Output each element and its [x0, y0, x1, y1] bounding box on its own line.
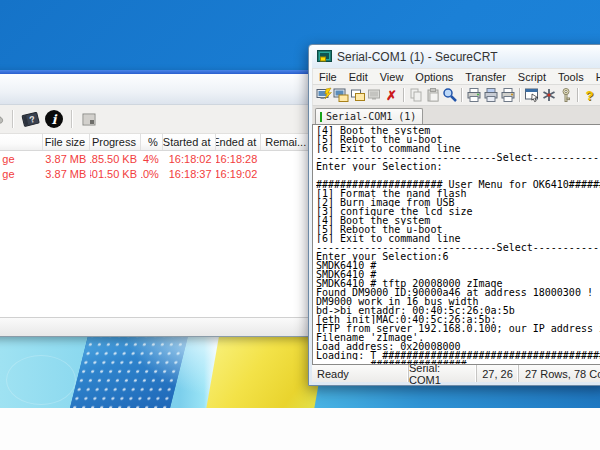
column-header-percent[interactable]: %	[141, 134, 163, 150]
terminal-line: ##################### User Menu for OK64…	[316, 180, 600, 189]
terminal-line: Loading: T #############################…	[316, 351, 600, 360]
menu-tools[interactable]: Tools	[552, 69, 590, 84]
row-name: ge	[0, 166, 44, 181]
desktop-white-area	[0, 408, 600, 450]
terminal-line: ------------------------------Select----…	[316, 153, 600, 162]
column-header-file-size[interactable]: File size	[43, 134, 90, 150]
status-cursor-position: 27, 26	[476, 365, 518, 382]
tab-status-indicator	[320, 112, 322, 122]
tftp-statusbar	[0, 317, 309, 336]
menu-options[interactable]: Options	[409, 69, 459, 84]
column-header-started-at[interactable]: Started at	[163, 134, 216, 150]
menu-transfer[interactable]: Transfer	[459, 69, 512, 84]
terminal-line: [5] Reboot the u-boot	[316, 225, 600, 234]
row-percent: 4%	[141, 151, 163, 166]
terminal-line: [4] Boot the system	[316, 216, 600, 225]
tab-label: Serial-COM1 (1)	[326, 111, 416, 122]
terminal-line: [5] Reboot the u-boot	[316, 135, 600, 144]
row-ended-at: 16:19:02	[216, 166, 262, 181]
row-percent: 10%	[141, 166, 163, 181]
terminal-line: SMDK6410 # tftp 20008000 zImage	[316, 279, 600, 288]
row-progress: 185.50 KB	[90, 151, 141, 166]
row-file-size: 3.87 MB	[44, 151, 91, 166]
terminal-line: Filename 'zImage'.	[316, 333, 600, 342]
log-panel-icon[interactable]	[77, 108, 101, 130]
toolbar-separator	[403, 88, 404, 102]
toolbar-separator	[519, 88, 520, 102]
desktop: ? i File size Progress % Started at Ende…	[0, 0, 600, 450]
session-options-icon[interactable]	[523, 87, 540, 104]
table-row[interactable]: ge 3.87 MB 185.50 KB 4% 16:18:02 16:18:2…	[0, 151, 309, 166]
print-selection-icon[interactable]	[482, 87, 499, 104]
terminal-line: SMDK6410 #	[316, 270, 600, 279]
terminal-line: bd->bi_entaddr: 00:40:5c:26:0a:5b	[316, 306, 600, 315]
tftp-toolbar: ? i	[0, 105, 309, 134]
terminal-line: [6] Exit to command line	[316, 234, 600, 243]
about-icon[interactable]: i	[42, 108, 66, 130]
tab-serial-com1[interactable]: Serial-COM1 (1)	[315, 108, 423, 124]
row-file-size: 3.87 MB	[44, 166, 91, 181]
terminal-line: SMDK6410 #	[316, 261, 600, 270]
statusbar: Ready Serial: COM1 27, 26 27 Rows, 78 Co…	[312, 365, 600, 382]
menubar: File Edit View Options Transfer Script T…	[312, 68, 600, 85]
connect-in-tab-icon[interactable]	[349, 87, 366, 104]
menu-edit[interactable]: Edit	[343, 69, 374, 84]
menu-file[interactable]: File	[313, 69, 343, 84]
toolbar: ✗	[312, 85, 600, 106]
wallpaper-swirl-shape	[6, 355, 76, 405]
row-started-at: 16:18:37	[163, 166, 216, 181]
table-row[interactable]: ge 3.87 MB 401.50 KB 10% 16:18:37 16:19:…	[0, 166, 309, 181]
terminal-line: Enter your Selection:	[316, 162, 600, 171]
row-progress: 401.50 KB	[90, 166, 141, 181]
toolbar-separator	[577, 88, 578, 102]
keymap-icon[interactable]	[557, 87, 574, 104]
terminal-line: Enter your Selection:6	[316, 252, 600, 261]
print-preview-icon[interactable]	[465, 87, 482, 104]
menu-help[interactable]: Help	[590, 69, 600, 84]
status-serial: Serial: COM1	[408, 365, 476, 382]
row-started-at: 16:18:02	[163, 151, 216, 166]
global-options-icon[interactable]	[540, 87, 557, 104]
menu-view[interactable]: View	[374, 69, 410, 84]
find-icon[interactable]	[441, 87, 458, 104]
column-header-progress[interactable]: Progress	[90, 134, 141, 150]
paste-icon[interactable]	[424, 87, 441, 104]
quick-connect-icon[interactable]	[315, 87, 332, 104]
terminal-line: ------------------------------Select----…	[316, 243, 600, 252]
terminal-line: [2] Burn image from USB	[316, 198, 600, 207]
row-remaining	[261, 166, 309, 181]
toolbar-separator	[71, 110, 72, 128]
window-title: Serial-COM1 (1) - SecureCRT	[337, 50, 497, 64]
printer-icon[interactable]	[499, 87, 516, 104]
toolbar-separator	[461, 88, 462, 102]
column-header-name[interactable]	[0, 134, 43, 150]
connect-icon[interactable]	[332, 87, 349, 104]
terminal-line	[316, 171, 600, 180]
tftp-transfer-window: ? i File size Progress % Started at Ende…	[0, 70, 310, 337]
terminal-line: Found DM9000 ID:90000a46 at address 1800…	[316, 288, 600, 297]
tftp-menu-band	[0, 74, 309, 105]
row-name: ge	[0, 151, 44, 166]
column-header-ended-at[interactable]: Ended at	[216, 134, 262, 150]
tftp-transfer-table: File size Progress % Started at Ended at…	[0, 134, 309, 317]
reconnect-icon[interactable]	[366, 87, 383, 104]
menu-script[interactable]: Script	[512, 69, 552, 84]
column-header-remaining[interactable]: Remai...	[261, 134, 309, 150]
securecrt-app-icon	[317, 50, 332, 64]
row-ended-at: 16:18:28	[216, 151, 262, 166]
copy-icon[interactable]	[407, 87, 424, 104]
help-icon[interactable]: ?	[581, 87, 598, 104]
terminal-line: TFTP from server 192.168.0.100; our IP a…	[316, 324, 600, 333]
terminal-line: [1] Format the nand flash	[316, 189, 600, 198]
status-ready: Ready	[312, 368, 408, 380]
table-header-row: File size Progress % Started at Ended at…	[0, 134, 309, 151]
table-empty-area	[0, 181, 309, 317]
send-icon[interactable]	[0, 108, 7, 130]
terminal[interactable]: [4] Boot the system [5] Reboot the u-boo…	[312, 124, 600, 365]
terminal-line: [3] configure the lcd size	[316, 207, 600, 216]
titlebar[interactable]: Serial-COM1 (1) - SecureCRT	[312, 45, 600, 68]
terminal-line: [4] Boot the system	[316, 126, 600, 135]
disconnect-icon[interactable]: ✗	[383, 87, 400, 104]
help-book-icon[interactable]: ?	[18, 108, 42, 130]
terminal-line: [6] Exit to command line	[316, 144, 600, 153]
